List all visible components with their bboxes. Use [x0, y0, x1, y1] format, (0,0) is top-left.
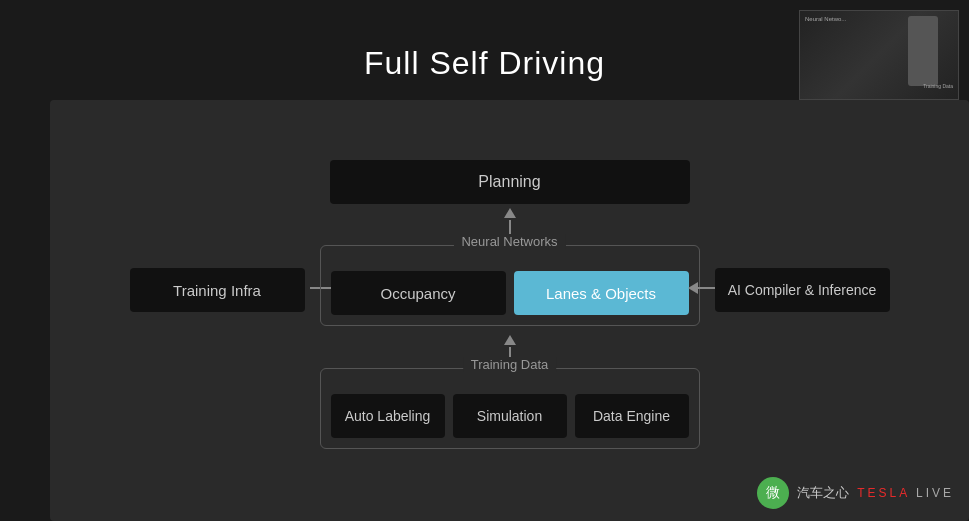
tesla-live-label: TESLA LIVE	[857, 486, 954, 500]
auto-labeling-box: Auto Labeling	[331, 394, 445, 438]
thumbnail-label: Neural Netwo...	[805, 16, 846, 22]
thumbnail-sublabel: Training Data	[923, 83, 953, 89]
live-text: LIVE	[916, 486, 954, 500]
watermark-area: 微 汽车之心 TESLA LIVE	[757, 477, 954, 509]
simulation-label: Simulation	[477, 408, 542, 424]
planning-box: Planning	[330, 160, 690, 204]
wechat-icon: 微	[757, 477, 789, 509]
training-infra-label: Training Infra	[173, 282, 261, 299]
training-infra-box: Training Infra	[130, 268, 305, 312]
arrow-head-left	[688, 282, 698, 294]
ai-compiler-label: AI Compiler & Inference	[728, 282, 877, 298]
arrow-head-up-mid	[504, 335, 516, 345]
data-engine-box: Data Engine	[575, 394, 689, 438]
occupancy-box: Occupancy	[331, 271, 506, 315]
diagram-area: Planning Training Infra Neural Networks …	[50, 100, 969, 521]
planning-label: Planning	[478, 173, 540, 191]
training-data-group: Training Data Auto Labeling Simulation D…	[320, 368, 700, 449]
thumbnail-preview: Neural Netwo... Training Data	[799, 10, 959, 100]
data-engine-label: Data Engine	[593, 408, 670, 424]
thumbnail-figure	[908, 16, 938, 86]
wechat-name: 汽车之心	[797, 484, 849, 502]
auto-labeling-label: Auto Labeling	[345, 408, 431, 424]
lanes-objects-box: Lanes & Objects	[514, 271, 689, 315]
occupancy-label: Occupancy	[380, 285, 455, 302]
lanes-objects-label: Lanes & Objects	[546, 285, 656, 302]
neural-networks-group: Neural Networks Occupancy Lanes & Object…	[320, 245, 700, 326]
simulation-box: Simulation	[453, 394, 567, 438]
training-data-label: Training Data	[463, 357, 557, 372]
tesla-text: TESLA	[857, 486, 909, 500]
neural-networks-label: Neural Networks	[453, 234, 565, 249]
arrow-head-up-top	[504, 208, 516, 218]
ai-compiler-box: AI Compiler & Inference	[715, 268, 890, 312]
